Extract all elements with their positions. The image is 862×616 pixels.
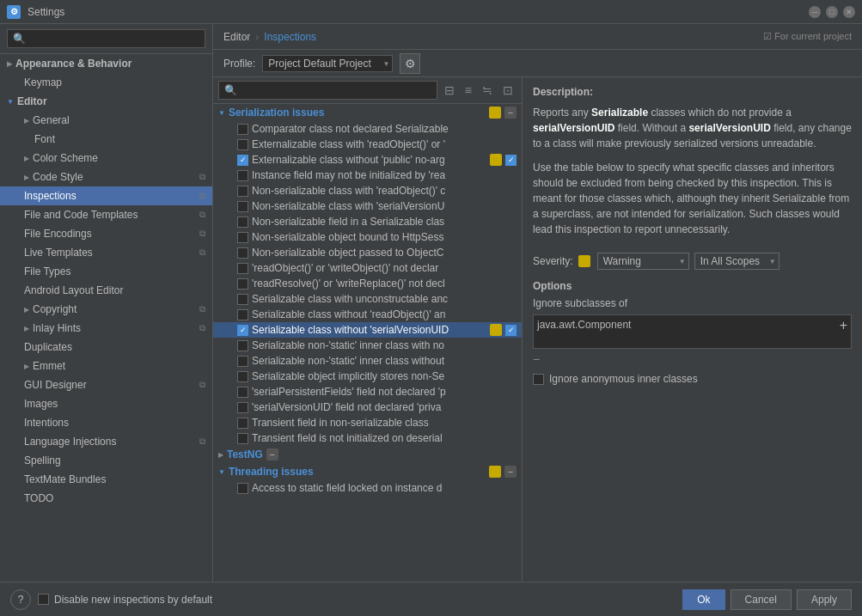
cancel-button[interactable]: Cancel <box>731 589 792 610</box>
sidebar-item-font[interactable]: Font <box>0 130 212 149</box>
sidebar-item-file-types[interactable]: File Types <box>0 262 212 281</box>
item-checkbox[interactable] <box>237 433 248 444</box>
item-checkbox[interactable] <box>237 483 248 494</box>
item-enabled-checkbox[interactable] <box>505 263 517 274</box>
item-enabled-checkbox[interactable] <box>505 418 517 429</box>
item-checkbox[interactable] <box>237 201 248 212</box>
disable-new-inspections-checkbox[interactable] <box>38 594 49 605</box>
sidebar-item-spelling[interactable]: Spelling <box>0 451 212 470</box>
item-enabled-checkbox[interactable] <box>505 356 517 367</box>
tree-search-input[interactable] <box>218 81 437 100</box>
sidebar-item-copyright[interactable]: ▶ Copyright ⧉ <box>0 300 212 319</box>
item-checkbox[interactable] <box>237 371 248 382</box>
tree-item-selected[interactable]: ✓ Serializable class without 'serialVers… <box>213 322 522 338</box>
group-collapse-button[interactable]: − <box>266 448 278 460</box>
item-enabled-checkbox[interactable] <box>505 201 517 212</box>
item-checkbox[interactable] <box>237 309 248 320</box>
item-enabled-checkbox[interactable] <box>505 483 517 494</box>
tree-item[interactable]: Serializable object implicitly stores no… <box>213 369 522 384</box>
tree-item[interactable]: Comparator class not declared Serializab… <box>213 121 522 137</box>
export-button[interactable]: ⊡ <box>499 82 517 99</box>
scope-select[interactable]: In All Scopes <box>694 253 779 270</box>
item-enabled-checkbox[interactable] <box>505 340 517 351</box>
sidebar-item-file-and-code-templates[interactable]: File and Code Templates ⧉ <box>0 205 212 224</box>
item-enabled-checkbox[interactable]: ✓ <box>505 155 517 166</box>
tree-item[interactable]: Non-serializable object passed to Object… <box>213 245 522 260</box>
item-checkbox[interactable] <box>237 247 248 259</box>
item-enabled-checkbox[interactable] <box>505 186 517 197</box>
tree-item[interactable]: Externalizable class with 'readObject()'… <box>213 137 522 152</box>
maximize-button[interactable]: □ <box>826 6 838 18</box>
item-enabled-checkbox[interactable] <box>505 402 517 413</box>
item-enabled-checkbox[interactable] <box>505 232 517 243</box>
tree-item[interactable]: Non-serializable class with 'serialVersi… <box>213 198 522 214</box>
tree-group-testng[interactable]: ▶ TestNG − <box>213 446 522 463</box>
help-button[interactable]: ? <box>10 589 31 610</box>
sidebar-item-live-templates[interactable]: Live Templates ⧉ <box>0 243 212 262</box>
tree-item[interactable]: 'serialVersionUID' field not declared 'p… <box>213 399 522 415</box>
tree-item[interactable]: 'readResolve()' or 'writeReplace()' not … <box>213 276 522 291</box>
sidebar-item-todo[interactable]: TODO <box>0 489 212 508</box>
item-enabled-checkbox[interactable] <box>505 139 517 150</box>
item-checkbox[interactable] <box>237 217 248 228</box>
item-checkbox[interactable] <box>237 186 248 197</box>
ignore-anonymous-checkbox[interactable] <box>533 374 544 385</box>
item-checkbox[interactable] <box>237 387 248 398</box>
filter-button[interactable]: ⊟ <box>441 82 458 99</box>
item-checkbox[interactable] <box>237 124 248 135</box>
sidebar-item-intentions[interactable]: Intentions <box>0 413 212 432</box>
severity-select[interactable]: Warning Error Weak Warning Info <box>597 253 689 270</box>
item-checkbox[interactable] <box>237 294 248 305</box>
item-checkbox[interactable] <box>237 340 248 351</box>
item-enabled-checkbox[interactable] <box>505 387 517 398</box>
sidebar-item-inlay-hints[interactable]: ▶ Inlay Hints ⧉ <box>0 319 212 338</box>
item-checkbox[interactable] <box>237 263 248 274</box>
sidebar-item-keymap[interactable]: Keymap <box>0 73 212 92</box>
expand-all-button[interactable]: ≡ <box>462 82 475 99</box>
item-enabled-checkbox[interactable] <box>505 371 517 382</box>
tree-item[interactable]: Access to static field locked on instanc… <box>213 480 522 496</box>
tree-item[interactable]: Serializable non-'static' inner class wi… <box>213 338 522 353</box>
sidebar-item-emmet[interactable]: ▶ Emmet <box>0 357 212 375</box>
tree-item[interactable]: Non-serializable object bound to HttpSes… <box>213 229 522 245</box>
sidebar-item-editor[interactable]: ▼ Editor <box>0 92 212 111</box>
tree-item[interactable]: Serializable non-'static' inner class wi… <box>213 353 522 369</box>
sidebar-item-textmate-bundles[interactable]: TextMate Bundles <box>0 470 212 489</box>
item-enabled-checkbox[interactable] <box>505 170 517 181</box>
sidebar-item-code-style[interactable]: ▶ Code Style ⧉ <box>0 168 212 186</box>
item-checkbox[interactable] <box>237 232 248 243</box>
tree-item[interactable]: Instance field may not be initialized by… <box>213 168 522 183</box>
sidebar-item-general[interactable]: ▶ General <box>0 111 212 130</box>
item-checkbox[interactable] <box>237 402 248 413</box>
item-enabled-checkbox[interactable]: ✓ <box>505 325 517 336</box>
tree-item[interactable]: Serializable class with unconstructable … <box>213 291 522 307</box>
item-enabled-checkbox[interactable] <box>505 247 517 259</box>
profile-select[interactable]: Project Default Project <box>262 55 393 72</box>
tree-item[interactable]: Serializable class without 'readObject()… <box>213 307 522 322</box>
sidebar-item-android-layout-editor[interactable]: Android Layout Editor <box>0 281 212 300</box>
item-checkbox[interactable] <box>237 170 248 181</box>
ok-button[interactable]: Ok <box>682 589 724 610</box>
tree-item[interactable]: Non-serializable class with 'readObject(… <box>213 183 522 198</box>
item-checkbox[interactable] <box>237 418 248 429</box>
collapse-all-button[interactable]: ≒ <box>479 82 496 99</box>
tree-item[interactable]: 'serialPersistentFields' field not decla… <box>213 384 522 399</box>
item-enabled-checkbox[interactable] <box>505 278 517 290</box>
item-enabled-checkbox[interactable] <box>505 294 517 305</box>
item-enabled-checkbox[interactable] <box>505 124 517 135</box>
tree-item[interactable]: ✓ Externalizable class without 'public' … <box>213 152 522 168</box>
tree-item[interactable]: 'readObject()' or 'writeObject()' not de… <box>213 260 522 276</box>
tree-item[interactable]: Transient field is not initialized on de… <box>213 430 522 446</box>
item-checkbox[interactable] <box>237 356 248 367</box>
sidebar-item-gui-designer[interactable]: GUI Designer ⧉ <box>0 375 212 394</box>
add-button[interactable]: + <box>840 319 847 332</box>
sidebar-item-inspections[interactable]: Inspections ⧉ <box>0 186 212 205</box>
group-collapse-button[interactable]: − <box>504 466 517 478</box>
item-checkbox[interactable]: ✓ <box>237 155 248 166</box>
tree-item[interactable]: Transient field in non-serializable clas… <box>213 415 522 430</box>
sidebar-item-color-scheme[interactable]: ▶ Color Scheme <box>0 149 212 168</box>
item-checkbox[interactable] <box>237 139 248 150</box>
sidebar-item-appearance-behavior[interactable]: ▶ Appearance & Behavior <box>0 54 212 73</box>
item-enabled-checkbox[interactable] <box>505 433 517 444</box>
apply-button[interactable]: Apply <box>797 589 852 610</box>
